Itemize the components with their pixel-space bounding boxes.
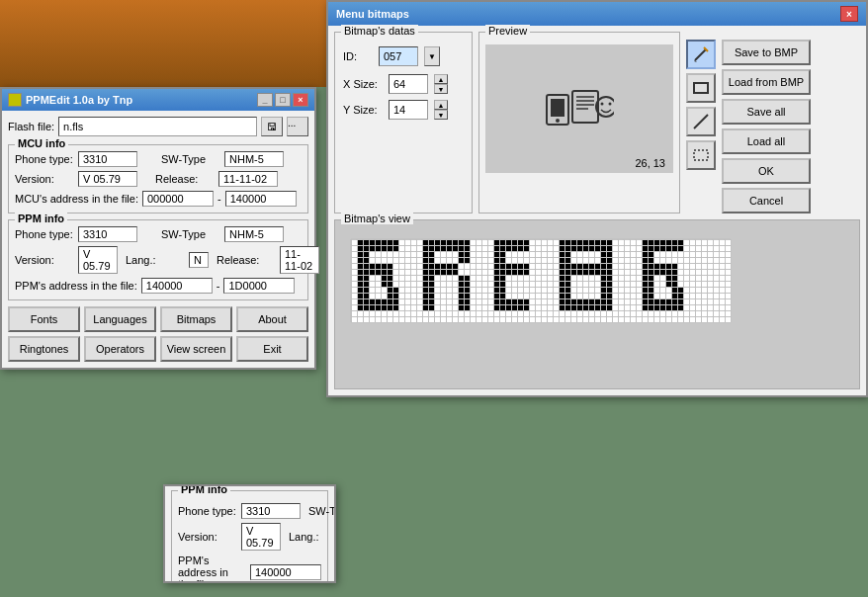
mcu-swtype-value: NHM-5 (224, 151, 284, 167)
ppm2-body: PPM info Phone type: 3310 SW-Ty Version:… (165, 486, 334, 583)
viewscreen-button[interactable]: View screen (160, 336, 232, 362)
ppm2-group: PPM info Phone type: 3310 SW-Ty Version:… (171, 490, 328, 583)
xsize-up[interactable]: ▲ (434, 74, 448, 84)
ppm2-version-row: Version: V 05.79 Lang.: N Release: (178, 523, 321, 551)
pencil-icon (692, 45, 710, 63)
bitmap-canvas-container (341, 234, 853, 383)
bitmap-view-group: Bitmap's view (334, 219, 860, 389)
id-row: ID: ▼ (343, 46, 464, 66)
mcu-version-row: Version: V 05.79 Release: 11-11-02 (15, 171, 302, 187)
mcu-addr-row: MCU's address in the file: - (15, 191, 302, 207)
xsize-row: X Size: ▲ ▼ (343, 74, 464, 94)
ppm-info-legend: PPM info (15, 213, 67, 224)
svg-point-2 (556, 119, 560, 123)
menu-close-button[interactable]: × (840, 6, 858, 22)
svg-point-9 (601, 103, 604, 106)
rectangle-tool-button[interactable] (686, 73, 716, 103)
minimize-button[interactable]: _ (257, 93, 273, 107)
ysize-input[interactable] (389, 100, 428, 120)
preview-group: Preview (478, 32, 680, 213)
mcu-swtype-label: SW-Type (161, 153, 220, 165)
ringtones-button[interactable]: Ringtones (8, 336, 80, 362)
ppm-lang-label: Lang.: (126, 254, 185, 266)
ppm-swtype-label: SW-Type (161, 228, 220, 240)
ppm-release-label: Release: (217, 254, 276, 266)
about-button[interactable]: About (236, 306, 308, 332)
tools-col (686, 32, 716, 213)
fonts-button[interactable]: Fonts (8, 306, 80, 332)
mcu-addr2-input[interactable] (225, 191, 297, 207)
maximize-button[interactable]: □ (275, 93, 291, 107)
ppm2-legend: PPM info (178, 484, 230, 495)
ppm-main-window: PPMEdit 1.0a by Tnp _ □ × Flash file: 🖫 … (0, 87, 316, 370)
id-label: ID: (343, 50, 373, 62)
ppm-addr-row: PPM's address in the file: - (15, 278, 302, 294)
ppm2-version-label: Version: (178, 531, 237, 543)
xsize-input[interactable] (389, 74, 428, 94)
ok-button[interactable]: OK (722, 158, 811, 184)
preview-legend: Preview (485, 25, 530, 37)
ppm2-addr-input[interactable] (250, 564, 321, 580)
mcu-release-value: 11-11-02 (218, 171, 278, 187)
load-from-bmp-button[interactable]: Load from BMP (722, 69, 811, 95)
flash-file-icon-btn[interactable]: 🖫 (261, 117, 283, 136)
dotted-rect-tool-button[interactable] (686, 140, 716, 170)
menu-titlebar: Menu bitmaps × (328, 2, 866, 26)
dotted-rect-icon (692, 146, 710, 164)
xsize-down[interactable]: ▼ (434, 84, 448, 94)
close-button[interactable]: × (293, 93, 308, 107)
mcu-phone-label: Phone type: (15, 153, 74, 165)
mcu-phone-value: 3310 (78, 151, 137, 167)
preview-icons (545, 87, 614, 127)
svg-line-11 (695, 49, 706, 60)
menu-top-row: Bitmap's datas ID: ▼ X Size: ▲ ▼ Y Size: (334, 32, 860, 213)
ppm2-swtype-label: SW-Ty (308, 505, 336, 517)
svg-rect-3 (572, 91, 598, 123)
ppm-phone-label: Phone type: (15, 228, 74, 240)
ysize-down[interactable]: ▼ (434, 110, 448, 120)
ppm-addr2-input[interactable] (223, 278, 295, 294)
line-icon (692, 113, 710, 130)
cancel-button[interactable]: Cancel (722, 188, 811, 213)
menu-title: Menu bitmaps (336, 8, 409, 20)
flash-file-input[interactable] (58, 117, 257, 136)
ysize-row: Y Size: ▲ ▼ (343, 100, 464, 120)
flash-file-browse-btn[interactable]: ... (287, 117, 308, 136)
languages-button[interactable]: Languages (84, 306, 156, 332)
rectangle-icon (692, 79, 710, 97)
bitmap-datas-legend: Bitmap's datas (341, 25, 418, 37)
ysize-up[interactable]: ▲ (434, 100, 448, 110)
save-to-bmp-button[interactable]: Save to BMP (722, 40, 811, 65)
ppm-swtype-value: NHM-5 (224, 226, 284, 242)
mcu-addr-label: MCU's address in the file: (15, 193, 138, 205)
ppm-body: Flash file: 🖫 ... MCU info Phone type: 3… (2, 111, 314, 368)
id-dropdown[interactable]: ▼ (424, 46, 440, 66)
pencil-tool-button[interactable] (686, 40, 716, 69)
titlebar-buttons: _ □ × (257, 93, 308, 107)
mcu-addr1-input[interactable] (142, 191, 214, 207)
ppm-addr1-input[interactable] (141, 278, 213, 294)
svg-rect-1 (551, 99, 564, 117)
bitmap-view-legend: Bitmap's view (341, 213, 413, 224)
bitmaps-button[interactable]: Bitmaps (160, 306, 232, 332)
mcu-info-group: MCU info Phone type: 3310 SW-Type NHM-5 … (8, 144, 308, 213)
operators-button[interactable]: Operators (84, 336, 156, 362)
ppm-secondary-window: PPM info Phone type: 3310 SW-Ty Version:… (163, 484, 336, 583)
ppm-version-label: Version: (15, 254, 74, 266)
ppm2-lang-label: Lang.: (289, 531, 336, 543)
load-all-button[interactable]: Load all (722, 128, 811, 154)
ppm2-addr-label: PPM's address in the file: (178, 554, 246, 583)
flash-file-row: Flash file: 🖫 ... (8, 117, 308, 136)
ysize-spinner: ▲ ▼ (434, 100, 448, 120)
bitmap-canvas[interactable] (341, 234, 845, 383)
exit-button[interactable]: Exit (236, 336, 308, 362)
mcu-version-label: Version: (15, 173, 74, 185)
ppm2-phone-row: Phone type: 3310 SW-Ty (178, 503, 321, 519)
ysize-label: Y Size: (343, 104, 383, 116)
menu-body: Bitmap's datas ID: ▼ X Size: ▲ ▼ Y Size: (328, 26, 866, 395)
xsize-spinner: ▲ ▼ (434, 74, 448, 94)
save-all-button[interactable]: Save all (722, 99, 811, 125)
ppm2-addr-row: PPM's address in the file: (178, 554, 321, 583)
id-input[interactable] (379, 46, 418, 66)
line-tool-button[interactable] (686, 107, 716, 136)
